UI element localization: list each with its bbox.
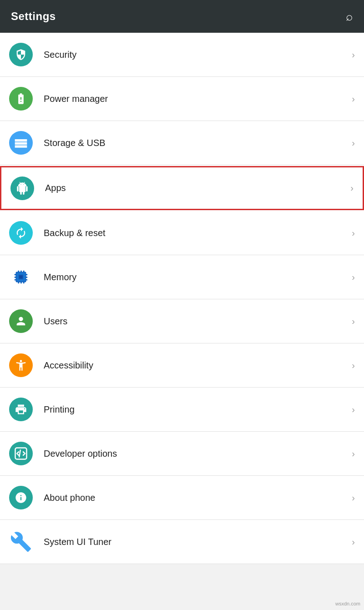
apps-icon [10, 176, 34, 200]
security-icon [9, 43, 33, 66]
svg-rect-14 [25, 274, 28, 275]
settings-item-power-manager[interactable]: Power manager › [0, 77, 364, 121]
settings-item-storage[interactable]: Storage & USB › [0, 121, 364, 165]
developer-icon [9, 442, 33, 465]
developer-label: Developer options [44, 449, 348, 459]
svg-rect-5 [18, 271, 19, 273]
accessibility-icon [9, 353, 33, 377]
svg-rect-18 [19, 275, 23, 279]
watermark: wsxdn.com [335, 601, 360, 606]
storage-icon [9, 131, 33, 155]
chevron-icon: › [352, 272, 355, 282]
memory-label: Memory [44, 272, 348, 282]
printing-icon [9, 398, 33, 421]
search-icon[interactable]: ⌕ [346, 10, 353, 24]
settings-list: Security › Power manager › [0, 33, 364, 564]
svg-rect-6 [20, 271, 22, 273]
settings-item-system-ui[interactable]: System UI Tuner › [0, 520, 364, 564]
svg-rect-7 [23, 271, 25, 273]
backup-label: Backup & reset [44, 228, 348, 238]
settings-item-security[interactable]: Security › [0, 33, 364, 77]
svg-rect-9 [20, 282, 22, 284]
settings-item-memory[interactable]: Memory › [0, 255, 364, 299]
security-label: Security [44, 50, 348, 60]
settings-item-developer[interactable]: Developer options › [0, 432, 364, 476]
apps-label: Apps [45, 183, 347, 193]
chevron-icon: › [352, 449, 355, 459]
storage-label: Storage & USB [44, 138, 348, 148]
chevron-icon: › [352, 316, 355, 327]
settings-item-backup[interactable]: Backup & reset › [0, 211, 364, 255]
backup-icon [9, 221, 33, 245]
chevron-icon: › [352, 94, 355, 104]
chevron-icon: › [352, 228, 355, 238]
users-icon [9, 309, 33, 333]
svg-rect-11 [15, 274, 17, 275]
svg-rect-13 [15, 279, 17, 281]
svg-point-0 [25, 140, 26, 141]
about-label: About phone [44, 493, 348, 503]
chevron-icon: › [352, 360, 355, 371]
settings-item-about[interactable]: About phone › [0, 476, 364, 520]
page-title: Settings [11, 10, 56, 23]
chevron-icon: › [352, 138, 355, 148]
system-ui-label: System UI Tuner [44, 537, 348, 547]
svg-point-2 [25, 146, 26, 147]
header: Settings ⌕ [0, 0, 364, 33]
chevron-icon: › [352, 493, 355, 503]
chevron-icon: › [352, 537, 355, 547]
settings-item-accessibility[interactable]: Accessibility › [0, 343, 364, 388]
chevron-icon: › [352, 404, 355, 415]
svg-rect-10 [23, 282, 25, 284]
system-ui-icon [9, 530, 33, 554]
svg-point-1 [25, 143, 26, 144]
chevron-icon: › [352, 50, 355, 60]
svg-rect-15 [25, 277, 28, 278]
settings-item-apps[interactable]: Apps › [0, 166, 364, 210]
power-manager-label: Power manager [44, 94, 348, 104]
settings-item-printing[interactable]: Printing › [0, 388, 364, 432]
svg-rect-8 [18, 282, 19, 284]
svg-rect-16 [25, 279, 28, 281]
settings-item-users[interactable]: Users › [0, 299, 364, 343]
chevron-icon: › [350, 183, 354, 193]
accessibility-label: Accessibility [44, 360, 348, 371]
power-manager-icon [9, 87, 33, 111]
app-container: Settings ⌕ Security › Power manager › [0, 0, 364, 564]
printing-label: Printing [44, 404, 348, 415]
memory-icon [9, 265, 33, 289]
users-label: Users [44, 316, 348, 327]
about-icon [9, 486, 33, 509]
svg-rect-12 [15, 277, 17, 278]
